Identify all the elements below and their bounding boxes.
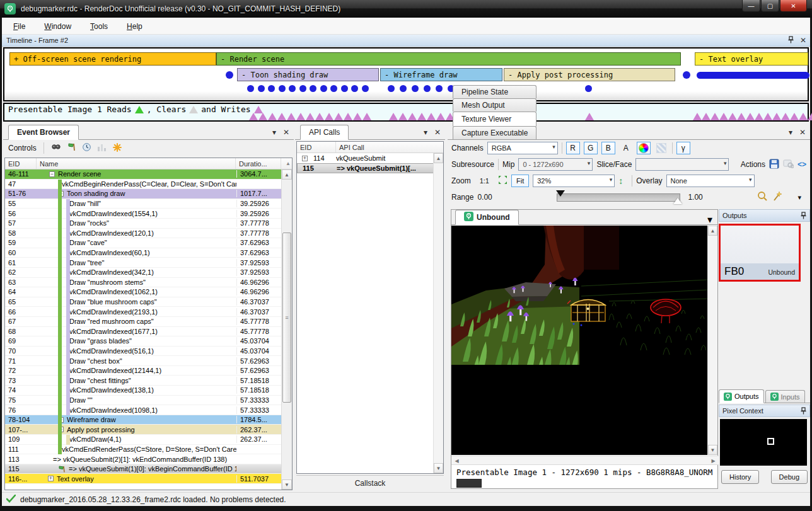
menu-item[interactable]: Tools [90, 22, 108, 31]
save-icon[interactable] [769, 159, 779, 171]
pin-icon[interactable] [788, 36, 794, 45]
maximize-button[interactable]: ▢ [761, 0, 779, 12]
table-row[interactable]: 58 vkCmdDrawIndexed(120,1) 37.77778 [5, 229, 281, 239]
table-row[interactable]: 68 vkCmdDrawIndexed(1677,1) 45.77778 [5, 327, 281, 337]
texture-viewer-tab[interactable]: Texture Viewer [453, 112, 536, 127]
texture-horizontal-scrollbar[interactable]: ◀ ▶ [451, 456, 719, 465]
scrollbar-thumb[interactable]: ≡ [282, 233, 291, 403]
debug-button[interactable]: Debug [771, 470, 808, 484]
column-name[interactable]: Name [37, 158, 236, 169]
table-row[interactable]: 73 Draw "chest fittings" 57.18518 [5, 376, 281, 386]
tab-outputs[interactable]: Outputs [719, 389, 764, 403]
channels-mode-select[interactable]: RGBA▾ [487, 142, 558, 154]
timeline-panel[interactable]: + Off-screen scene rendering- Render sce… [3, 47, 809, 101]
stats-icon[interactable] [97, 143, 107, 154]
scroll-down-arrow[interactable]: ▼ [708, 445, 717, 455]
api-call-row[interactable]: 115 => vkQueueSubmit(1)[... [297, 163, 443, 173]
open-new-window-icon[interactable]: <> [798, 160, 806, 169]
flip-vertical-icon[interactable]: ↕ [618, 176, 623, 186]
pin-icon[interactable] [801, 212, 806, 219]
range-min-value[interactable]: 0.00 [477, 193, 553, 202]
event-scrollbar[interactable]: ▲ ≡ ▼ [281, 169, 292, 490]
zoom-1-1-button[interactable]: 1:1 [475, 175, 494, 187]
api-call-row[interactable]: +114 vkQueueSubmit [297, 153, 443, 163]
table-row[interactable]: 113 => vkQueueSubmit(2)[1]: vkEndCommand… [5, 454, 281, 464]
table-row[interactable]: 56 vkCmdDrawIndexed(1554,1) 39.25926 [5, 209, 281, 219]
table-row[interactable]: 72 vkCmdDrawIndexed(12144,1) 57.62963 [5, 366, 281, 376]
fit-arrows-icon[interactable] [498, 175, 508, 187]
find-icon[interactable] [51, 143, 61, 154]
range-black-handle[interactable] [556, 190, 565, 197]
scroll-right-arrow[interactable]: ▶ [709, 457, 718, 464]
overlay-select[interactable]: None▾ [666, 175, 755, 187]
table-row[interactable]: 70 vkCmdDrawIndexed(516,1) 45.03704 [5, 347, 281, 357]
pin-icon[interactable] [801, 407, 806, 415]
table-row[interactable]: 61 Draw "tree" 37.92593 [5, 258, 281, 268]
scroll-left-arrow[interactable]: ◀ [452, 457, 461, 464]
pixel-context-view[interactable] [720, 419, 807, 466]
expander-icon[interactable]: + [302, 156, 308, 161]
timeline-marker-bar[interactable]: - Render scene [216, 52, 681, 66]
timeline-marker-bar[interactable]: - Text overlay [695, 52, 808, 66]
table-row[interactable]: 107-... − Apply post processing 262.37..… [5, 425, 281, 435]
toolbar-overflow-button[interactable]: ▾ [792, 191, 806, 204]
table-row[interactable]: 64 vkCmdDrawIndexed(1062,1) 46.96296 [5, 287, 281, 297]
range-slider[interactable] [557, 193, 680, 202]
close-icon[interactable]: ✕ [799, 128, 806, 137]
table-row[interactable]: 60 vkCmdDrawIndexed(60,1) 37.62963 [5, 248, 281, 258]
table-row[interactable]: 74 vkCmdDrawIndexed(138,1) 57.18518 [5, 386, 281, 396]
zoom-range-icon[interactable] [757, 191, 768, 204]
timeline-marker-bar[interactable]: + Off-screen scene rendering [9, 52, 216, 66]
column-eid[interactable]: EID [297, 142, 336, 152]
menu-item[interactable]: File [13, 22, 25, 31]
range-max-value[interactable]: 1.00 [684, 193, 753, 202]
table-row[interactable]: 47 vkCmdBeginRenderPass(C=Clear, D=Clear… [5, 180, 281, 190]
api-calls-scrollbar[interactable]: ▲ ▼ [433, 153, 443, 473]
chevron-down-icon[interactable]: ▾ [272, 128, 276, 137]
table-row[interactable]: 55 Draw "hill" 39.25926 [5, 199, 281, 209]
bookmark-flag-icon[interactable] [67, 142, 76, 154]
checkerboard-button[interactable] [654, 142, 668, 154]
texture-tab-unbound[interactable]: Unbound [455, 210, 519, 225]
texture-viewer-tab[interactable]: Pipeline State [453, 85, 536, 98]
autofit-wand-icon[interactable] [772, 191, 782, 204]
table-row[interactable]: 75 Draw "" 57.33333 [5, 396, 281, 406]
scroll-down-arrow[interactable]: ▼ [434, 463, 443, 473]
menu-item[interactable]: Help [127, 22, 142, 31]
slice-face-select[interactable]: ▾ [635, 158, 729, 171]
table-row[interactable]: 69 Draw "grass blades" 45.03704 [5, 336, 281, 347]
tab-inputs[interactable]: Inputs [765, 390, 805, 403]
table-row[interactable]: 51-76 − Toon shading draw 1017.7... [5, 189, 281, 199]
table-row[interactable]: 63 Draw "mushroom stems" 46.96296 [5, 278, 281, 288]
column-api-call[interactable]: API Call [336, 142, 443, 152]
scroll-up-arrow[interactable]: ▲ [434, 153, 443, 163]
table-row[interactable]: 111 vkCmdEndRenderPass(C=Store, D=Store,… [5, 445, 281, 455]
table-row[interactable]: 115 => vkQueueSubmit(1)[0]: vkBeginComma… [5, 464, 281, 474]
tab-event-browser[interactable]: Event Browser [8, 125, 79, 140]
timeline-marker-bar[interactable]: - Toon shading draw [237, 68, 379, 81]
alpha-channel-button[interactable]: A [619, 142, 633, 154]
table-row[interactable]: 76 vkCmdDrawIndexed(1098,1) 57.33333 [5, 405, 281, 415]
scroll-up-arrow[interactable]: ▲ [282, 169, 292, 180]
fb0-thumbnail[interactable]: FB0 Unbound [719, 224, 801, 282]
menu-item[interactable]: Window [44, 22, 71, 31]
texture-vertical-scrollbar[interactable]: ▲ ▼ [707, 226, 717, 455]
gamma-button[interactable]: γ [676, 142, 690, 154]
table-row[interactable]: 78-104 + Wireframe draw 1784.5... [5, 415, 281, 425]
mip-select[interactable]: 0 - 1272x690▾ [518, 158, 593, 171]
color-wheel-button[interactable] [637, 142, 651, 154]
table-row[interactable]: 66 vkCmdDrawIndexed(2193,1) 46.37037 [5, 307, 281, 317]
link-icon[interactable] [783, 159, 794, 170]
chevron-down-icon[interactable]: ▾ [789, 128, 792, 137]
close-icon[interactable]: ✕ [283, 128, 289, 137]
table-row[interactable]: 62 vkCmdDrawIndexed(342,1) 37.92593 [5, 268, 281, 278]
time-draws-icon[interactable] [82, 142, 91, 154]
history-button[interactable]: History [721, 470, 759, 484]
tab-api-calls[interactable]: API Calls [300, 125, 349, 140]
close-button[interactable]: ✕ [780, 0, 807, 12]
table-row[interactable]: 59 Draw "cave" 37.62963 [5, 238, 281, 248]
table-row[interactable]: 46-111 − Render scene 3064.7... [5, 169, 281, 180]
column-duration[interactable]: Duratio... [236, 158, 281, 169]
column-eid[interactable]: EID [5, 158, 37, 169]
table-row[interactable]: 109 vkCmdDraw(4,1) 262.37... [5, 435, 281, 445]
